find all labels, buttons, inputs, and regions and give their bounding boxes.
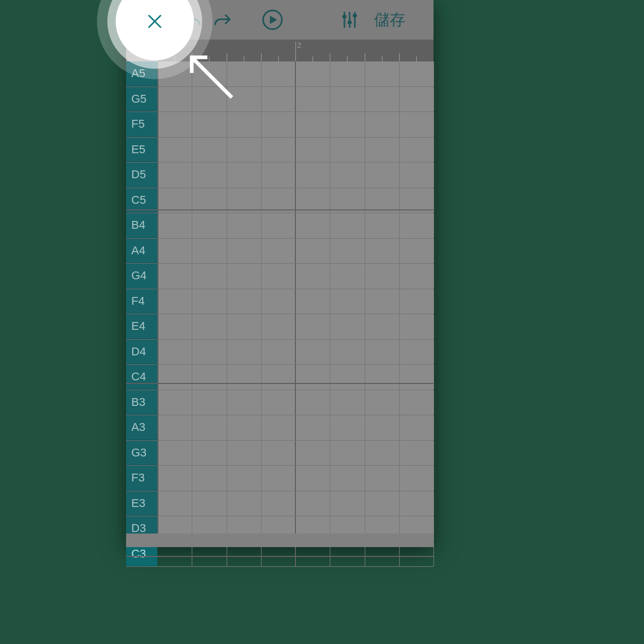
grid-cell[interactable] bbox=[227, 112, 262, 137]
grid-cell[interactable] bbox=[330, 112, 365, 137]
grid-cell[interactable] bbox=[227, 213, 262, 238]
grid-cell[interactable] bbox=[227, 415, 262, 440]
grid-cell[interactable] bbox=[192, 441, 227, 466]
grid-cell[interactable] bbox=[261, 441, 296, 466]
grid-cell[interactable] bbox=[330, 491, 365, 516]
grid-cell[interactable] bbox=[157, 314, 192, 339]
grid-cell[interactable] bbox=[227, 264, 262, 289]
close-button[interactable] bbox=[138, 0, 168, 40]
grid-cell[interactable] bbox=[261, 112, 296, 137]
undo-button[interactable] bbox=[177, 0, 207, 40]
note-row[interactable]: G5 bbox=[126, 87, 434, 113]
grid-cell[interactable] bbox=[365, 264, 400, 289]
grid-cell[interactable] bbox=[295, 163, 330, 188]
note-cells[interactable] bbox=[157, 213, 434, 238]
grid-cell[interactable] bbox=[157, 188, 192, 213]
grid-cell[interactable] bbox=[330, 365, 365, 390]
grid-cell[interactable] bbox=[330, 314, 365, 339]
grid-cell[interactable] bbox=[399, 213, 434, 238]
grid-cell[interactable] bbox=[399, 264, 434, 289]
grid-cell[interactable] bbox=[295, 112, 330, 137]
grid-cell[interactable] bbox=[399, 415, 434, 440]
grid-cell[interactable] bbox=[192, 289, 227, 314]
redo-button[interactable] bbox=[207, 0, 238, 40]
grid-cell[interactable] bbox=[192, 112, 227, 137]
grid-cell[interactable] bbox=[399, 491, 434, 516]
grid-cell[interactable] bbox=[227, 542, 262, 567]
grid-cell[interactable] bbox=[261, 340, 296, 365]
grid-cell[interactable] bbox=[192, 239, 227, 264]
grid-cell[interactable] bbox=[365, 239, 400, 264]
note-row[interactable]: D3 bbox=[126, 516, 434, 542]
grid-cell[interactable] bbox=[365, 188, 400, 213]
grid-cell[interactable] bbox=[157, 264, 192, 289]
grid-cell[interactable] bbox=[192, 390, 227, 415]
grid-cell[interactable] bbox=[399, 542, 434, 567]
note-cells[interactable] bbox=[157, 491, 434, 516]
grid-cell[interactable] bbox=[192, 491, 227, 516]
grid-cell[interactable] bbox=[330, 415, 365, 440]
grid-cell[interactable] bbox=[192, 264, 227, 289]
grid-cell[interactable] bbox=[261, 213, 296, 238]
note-cells[interactable] bbox=[157, 138, 434, 163]
grid-cell[interactable] bbox=[330, 466, 365, 491]
grid-cell[interactable] bbox=[157, 289, 192, 314]
note-cells[interactable] bbox=[157, 289, 434, 314]
grid-cell[interactable] bbox=[295, 138, 330, 163]
note-row[interactable]: F4 bbox=[126, 289, 434, 315]
grid-cell[interactable] bbox=[330, 163, 365, 188]
grid-cell[interactable] bbox=[365, 289, 400, 314]
grid-cell[interactable] bbox=[330, 239, 365, 264]
grid-cell[interactable] bbox=[227, 516, 262, 541]
grid-cell[interactable] bbox=[261, 542, 296, 567]
grid-cell[interactable] bbox=[261, 516, 296, 541]
grid-cell[interactable] bbox=[295, 441, 330, 466]
grid-cell[interactable] bbox=[365, 112, 400, 137]
grid-cell[interactable] bbox=[261, 138, 296, 163]
grid-cell[interactable] bbox=[295, 314, 330, 339]
grid-cell[interactable] bbox=[295, 87, 330, 112]
grid-cell[interactable] bbox=[157, 239, 192, 264]
grid-cell[interactable] bbox=[330, 188, 365, 213]
grid-cell[interactable] bbox=[295, 61, 330, 86]
save-button[interactable]: 儲存 bbox=[369, 5, 411, 35]
grid-cell[interactable] bbox=[399, 239, 434, 264]
grid-cell[interactable] bbox=[295, 213, 330, 238]
grid-cell[interactable] bbox=[399, 466, 434, 491]
grid-cell[interactable] bbox=[157, 542, 192, 567]
grid-cell[interactable] bbox=[192, 163, 227, 188]
note-cells[interactable] bbox=[157, 112, 434, 137]
note-row[interactable]: G4 bbox=[126, 264, 434, 289]
grid-cell[interactable] bbox=[295, 365, 330, 390]
note-row[interactable]: D4 bbox=[126, 340, 434, 365]
grid-cell[interactable] bbox=[399, 289, 434, 314]
grid-cell[interactable] bbox=[365, 87, 400, 112]
play-button[interactable] bbox=[257, 0, 288, 40]
grid-cell[interactable] bbox=[261, 239, 296, 264]
grid-cell[interactable] bbox=[365, 516, 400, 541]
grid-cell[interactable] bbox=[227, 390, 262, 415]
grid-cell[interactable] bbox=[157, 112, 192, 137]
note-cells[interactable] bbox=[157, 516, 434, 541]
note-cells[interactable] bbox=[157, 61, 434, 86]
grid-cell[interactable] bbox=[399, 112, 434, 137]
grid-cell[interactable] bbox=[295, 415, 330, 440]
grid-cell[interactable] bbox=[295, 289, 330, 314]
grid-cell[interactable] bbox=[157, 466, 192, 491]
grid-cell[interactable] bbox=[157, 441, 192, 466]
note-row[interactable]: E5 bbox=[126, 138, 434, 163]
grid-cell[interactable] bbox=[261, 390, 296, 415]
grid-cell[interactable] bbox=[365, 163, 400, 188]
grid-cell[interactable] bbox=[399, 138, 434, 163]
note-cells[interactable] bbox=[157, 87, 434, 112]
grid-cell[interactable] bbox=[295, 542, 330, 567]
grid-cell[interactable] bbox=[399, 61, 434, 86]
grid-cell[interactable] bbox=[295, 264, 330, 289]
grid-cell[interactable] bbox=[227, 340, 262, 365]
note-cells[interactable] bbox=[157, 466, 434, 491]
note-row[interactable]: B4 bbox=[126, 213, 434, 239]
note-cells[interactable] bbox=[157, 264, 434, 289]
grid-cell[interactable] bbox=[295, 239, 330, 264]
grid-cell[interactable] bbox=[157, 61, 192, 86]
grid-cell[interactable] bbox=[330, 264, 365, 289]
